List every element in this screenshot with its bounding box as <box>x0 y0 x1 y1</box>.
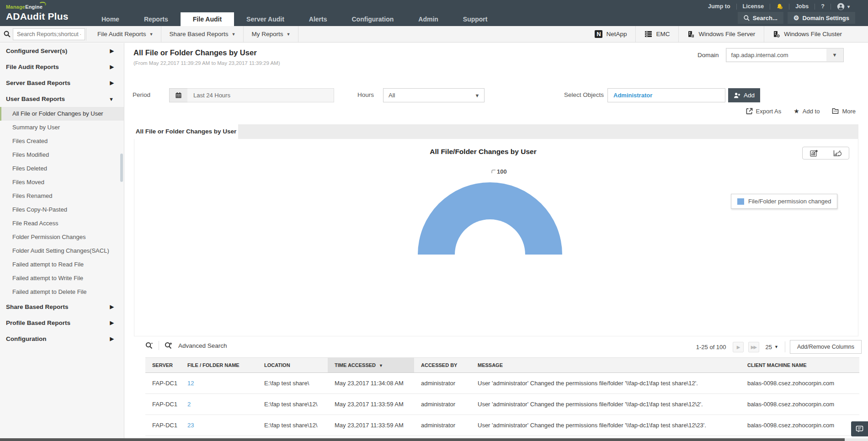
export-as-button[interactable]: Export As <box>746 108 782 115</box>
windows-file-server-link[interactable]: Windows File Server <box>678 26 764 42</box>
nav-tab-home[interactable]: Home <box>89 12 132 26</box>
nav-tab-support[interactable]: Support <box>451 12 500 26</box>
select-objects-field[interactable]: Administrator <box>607 88 725 102</box>
next-page-button[interactable]: ▶ <box>733 342 744 352</box>
emc-link[interactable]: EMC <box>635 26 678 42</box>
chevron-right-icon: ▶ <box>110 336 114 342</box>
user-menu[interactable]: ▾ <box>837 3 850 11</box>
cell-time-accessed: May 23,2017 11:34:08 AM <box>328 373 414 394</box>
column-header-message[interactable]: MESSAGE <box>471 358 740 373</box>
add-remove-columns-button[interactable]: Add/Remove Columns <box>790 340 862 354</box>
sidebar-item-files-deleted[interactable]: Files Deleted <box>0 162 124 175</box>
add-object-button[interactable]: Add <box>728 88 760 102</box>
sidebar-item-file-read-access[interactable]: File Read Access <box>0 217 124 230</box>
tab-all-file-folder-changes-by-user[interactable]: All File or Folder Changes by User <box>134 124 238 139</box>
menu-file-audit-reports[interactable]: File Audit Reports▼ <box>90 26 161 42</box>
horizontal-scrollbar-thumb[interactable] <box>0 438 845 441</box>
sidebar-item-files-modified[interactable]: Files Modified <box>0 148 124 162</box>
jump-to-link[interactable]: Jump to <box>708 3 730 10</box>
sidebar-item-folder-permission-changes[interactable]: Folder Permission Changes <box>0 230 124 244</box>
sidebar-item-folder-audit-setting-changes-sacl[interactable]: Folder Audit Setting Changes(SACL) <box>0 244 124 258</box>
sidebar-item-files-renamed[interactable]: Files Renamed <box>0 189 124 203</box>
sidebar-section-user-based-reports[interactable]: User Based Reports▼ <box>0 91 124 107</box>
file-folder-link[interactable]: 12 <box>181 373 257 394</box>
top-header: ManageEngine ADAudit Plus Home Reports F… <box>0 0 868 26</box>
more-button[interactable]: More <box>832 108 856 115</box>
column-header-client-machine-name[interactable]: CLIENT MACHINE NAME <box>740 358 859 373</box>
divider <box>831 4 831 10</box>
menu-share-based-reports[interactable]: Share Based Reports▼ <box>161 26 244 42</box>
add-chart-icon[interactable] <box>810 149 818 157</box>
divider <box>770 4 770 10</box>
hours-select[interactable]: All ▼ <box>383 88 485 102</box>
chat-feedback-button[interactable] <box>851 421 868 436</box>
column-header-file-folder-name[interactable]: FILE / FOLDER NAME <box>181 358 257 373</box>
sidebar-section-configuration[interactable]: Configuration▶ <box>0 331 124 347</box>
nav-tab-server-audit[interactable]: Server Audit <box>234 12 297 26</box>
advanced-search-label[interactable]: Advanced Search <box>178 342 227 349</box>
sidebar-item-failed-attempt-to-write-file[interactable]: Failed attempt to Write File <box>0 271 124 285</box>
global-search-button[interactable]: Search... <box>738 12 783 24</box>
sidebar-item-failed-attempt-to-delete-file[interactable]: Failed attempt to Delete File <box>0 285 124 299</box>
column-header-time-accessed[interactable]: TIME ACCESSED▼ <box>328 358 414 373</box>
file-folder-link[interactable]: 23 <box>181 415 257 436</box>
divider <box>86 28 86 41</box>
advanced-search-icon[interactable] <box>165 342 173 350</box>
report-toolbar: File Audit Reports▼ Share Based Reports▼… <box>0 26 868 43</box>
column-header-location[interactable]: LOCATION <box>257 358 328 373</box>
notification-bell-icon[interactable]: ! <box>776 3 783 10</box>
cell-accessed-by: administrator <box>414 373 471 394</box>
calendar-button[interactable] <box>169 88 188 102</box>
nav-tab-file-audit[interactable]: File Audit <box>181 12 234 26</box>
adaudit-plus-app: ManageEngine ADAudit Plus Home Reports F… <box>0 0 868 441</box>
netapp-link[interactable]: N NetApp <box>586 26 635 42</box>
cell-client-machine: balas-0098.csez.zohocorpin.com <box>740 415 859 436</box>
nav-tab-configuration[interactable]: Configuration <box>340 12 406 26</box>
jobs-link[interactable]: Jobs <box>795 3 809 10</box>
last-page-button[interactable]: ▶▶ <box>748 342 759 352</box>
emc-icon <box>644 31 652 37</box>
header-buttons: Search... ⚙ Domain Settings <box>738 12 855 24</box>
cell-message: User 'administrator' Changed the permiss… <box>471 415 740 436</box>
file-server-icon <box>687 31 695 38</box>
cell-server: FAP-DC1 <box>145 394 181 415</box>
sidebar-item-all-file-folder-changes-by-user[interactable]: All File or Folder Changes by User <box>0 107 124 121</box>
nav-tab-admin[interactable]: Admin <box>406 12 451 26</box>
column-header-accessed-by[interactable]: ACCESSED BY <box>414 358 471 373</box>
refresh-chart-icon[interactable] <box>833 149 841 157</box>
help-link[interactable]: ? <box>821 3 825 10</box>
cell-server: FAP-DC1 <box>145 415 181 436</box>
sidebar-section-share-based-reports[interactable]: Share Based Reports▶ <box>0 299 124 315</box>
sidebar-section-profile-based-reports[interactable]: Profile Based Reports▶ <box>0 315 124 331</box>
column-search-icon[interactable] <box>145 342 153 350</box>
nav-tab-alerts[interactable]: Alerts <box>297 12 340 26</box>
windows-file-cluster-link[interactable]: Windows File Cluster <box>764 26 851 42</box>
chart-legend[interactable]: File/Folder permission changed <box>731 194 837 209</box>
gear-icon: ⚙ <box>793 15 799 21</box>
sidebar-item-summary-by-user[interactable]: Summary by User <box>0 121 124 134</box>
semi-donut-chart[interactable] <box>418 182 562 255</box>
sidebar-section-configured-servers[interactable]: Configured Server(s)▶ <box>0 43 124 59</box>
add-to-favorites-button[interactable]: ★ Add to <box>793 107 820 115</box>
sidebar-item-files-moved[interactable]: Files Moved <box>0 175 124 189</box>
report-search-input[interactable] <box>13 28 85 40</box>
domain-select[interactable]: fap.adap.internal.com ▼ <box>726 48 844 62</box>
sidebar-item-failed-attempt-to-read-file[interactable]: Failed attempt to Read File <box>0 258 124 271</box>
sidebar-section-file-audit-reports[interactable]: File Audit Reports▶ <box>0 59 124 75</box>
period-value-field[interactable]: Last 24 Hours <box>187 88 334 102</box>
sidebar-item-files-copy-n-pasted[interactable]: Files Copy-N-Pasted <box>0 203 124 217</box>
nav-tab-reports[interactable]: Reports <box>132 12 181 26</box>
chevron-right-icon: ▶ <box>110 320 114 326</box>
menu-my-reports[interactable]: My Reports▼ <box>244 26 298 42</box>
column-header-server[interactable]: SERVER <box>145 358 181 373</box>
sidebar-section-server-based-reports[interactable]: Server Based Reports▶ <box>0 75 124 91</box>
sidebar-item-files-created[interactable]: Files Created <box>0 134 124 148</box>
sidebar-scrollbar[interactable] <box>120 154 123 182</box>
license-link[interactable]: License <box>743 3 764 10</box>
domain-settings-button[interactable]: ⚙ Domain Settings <box>788 12 855 24</box>
search-icon <box>744 15 750 21</box>
utility-nav: Jump to License ! Jobs ? ▾ <box>708 2 850 11</box>
page-size-select[interactable]: 25 ▼ <box>766 344 778 351</box>
brand-logo[interactable]: ManageEngine ADAudit Plus <box>6 2 69 22</box>
file-folder-link[interactable]: 2 <box>181 394 257 415</box>
